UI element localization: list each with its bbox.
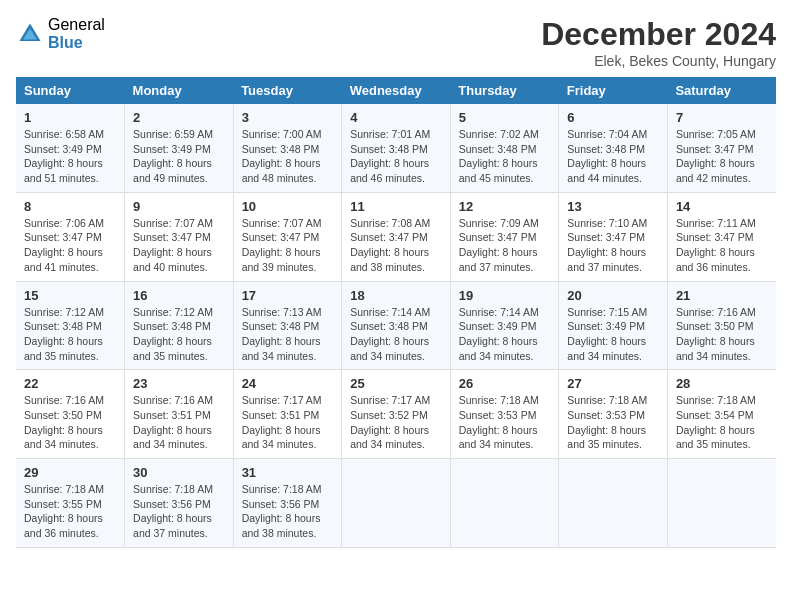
weekday-header-sunday: Sunday — [16, 77, 125, 104]
day-number: 26 — [459, 376, 551, 391]
calendar-table: SundayMondayTuesdayWednesdayThursdayFrid… — [16, 77, 776, 548]
calendar-cell — [342, 459, 451, 548]
calendar-title: December 2024 — [541, 16, 776, 53]
day-number: 20 — [567, 288, 659, 303]
day-info: Sunrise: 7:15 AMSunset: 3:49 PMDaylight:… — [567, 306, 647, 362]
calendar-cell: 20 Sunrise: 7:15 AMSunset: 3:49 PMDaylig… — [559, 281, 668, 370]
logo-icon — [16, 20, 44, 48]
day-number: 10 — [242, 199, 334, 214]
calendar-cell: 12 Sunrise: 7:09 AMSunset: 3:47 PMDaylig… — [450, 192, 559, 281]
day-info: Sunrise: 6:59 AMSunset: 3:49 PMDaylight:… — [133, 128, 213, 184]
calendar-cell: 25 Sunrise: 7:17 AMSunset: 3:52 PMDaylig… — [342, 370, 451, 459]
day-number: 2 — [133, 110, 225, 125]
calendar-cell: 29 Sunrise: 7:18 AMSunset: 3:55 PMDaylig… — [16, 459, 125, 548]
calendar-cell: 7 Sunrise: 7:05 AMSunset: 3:47 PMDayligh… — [667, 104, 776, 192]
day-number: 16 — [133, 288, 225, 303]
calendar-cell: 14 Sunrise: 7:11 AMSunset: 3:47 PMDaylig… — [667, 192, 776, 281]
calendar-cell: 30 Sunrise: 7:18 AMSunset: 3:56 PMDaylig… — [125, 459, 234, 548]
day-info: Sunrise: 6:58 AMSunset: 3:49 PMDaylight:… — [24, 128, 104, 184]
day-number: 1 — [24, 110, 116, 125]
day-number: 5 — [459, 110, 551, 125]
calendar-cell: 15 Sunrise: 7:12 AMSunset: 3:48 PMDaylig… — [16, 281, 125, 370]
day-number: 6 — [567, 110, 659, 125]
logo-text: General Blue — [48, 16, 105, 51]
day-info: Sunrise: 7:17 AMSunset: 3:52 PMDaylight:… — [350, 394, 430, 450]
day-info: Sunrise: 7:11 AMSunset: 3:47 PMDaylight:… — [676, 217, 756, 273]
day-info: Sunrise: 7:02 AMSunset: 3:48 PMDaylight:… — [459, 128, 539, 184]
day-number: 29 — [24, 465, 116, 480]
calendar-cell: 3 Sunrise: 7:00 AMSunset: 3:48 PMDayligh… — [233, 104, 342, 192]
day-info: Sunrise: 7:18 AMSunset: 3:55 PMDaylight:… — [24, 483, 104, 539]
weekday-header-saturday: Saturday — [667, 77, 776, 104]
calendar-cell: 13 Sunrise: 7:10 AMSunset: 3:47 PMDaylig… — [559, 192, 668, 281]
calendar-cell: 2 Sunrise: 6:59 AMSunset: 3:49 PMDayligh… — [125, 104, 234, 192]
day-info: Sunrise: 7:14 AMSunset: 3:49 PMDaylight:… — [459, 306, 539, 362]
day-info: Sunrise: 7:18 AMSunset: 3:54 PMDaylight:… — [676, 394, 756, 450]
day-number: 18 — [350, 288, 442, 303]
day-number: 17 — [242, 288, 334, 303]
day-info: Sunrise: 7:01 AMSunset: 3:48 PMDaylight:… — [350, 128, 430, 184]
day-info: Sunrise: 7:09 AMSunset: 3:47 PMDaylight:… — [459, 217, 539, 273]
day-number: 31 — [242, 465, 334, 480]
calendar-cell: 5 Sunrise: 7:02 AMSunset: 3:48 PMDayligh… — [450, 104, 559, 192]
day-number: 25 — [350, 376, 442, 391]
day-info: Sunrise: 7:14 AMSunset: 3:48 PMDaylight:… — [350, 306, 430, 362]
calendar-cell: 8 Sunrise: 7:06 AMSunset: 3:47 PMDayligh… — [16, 192, 125, 281]
day-number: 23 — [133, 376, 225, 391]
weekday-header-friday: Friday — [559, 77, 668, 104]
day-info: Sunrise: 7:16 AMSunset: 3:50 PMDaylight:… — [676, 306, 756, 362]
day-info: Sunrise: 7:06 AMSunset: 3:47 PMDaylight:… — [24, 217, 104, 273]
day-number: 9 — [133, 199, 225, 214]
calendar-cell: 9 Sunrise: 7:07 AMSunset: 3:47 PMDayligh… — [125, 192, 234, 281]
day-info: Sunrise: 7:10 AMSunset: 3:47 PMDaylight:… — [567, 217, 647, 273]
calendar-cell: 10 Sunrise: 7:07 AMSunset: 3:47 PMDaylig… — [233, 192, 342, 281]
header: General Blue December 2024 Elek, Bekes C… — [16, 16, 776, 69]
weekday-header-monday: Monday — [125, 77, 234, 104]
day-info: Sunrise: 7:13 AMSunset: 3:48 PMDaylight:… — [242, 306, 322, 362]
day-number: 4 — [350, 110, 442, 125]
day-info: Sunrise: 7:17 AMSunset: 3:51 PMDaylight:… — [242, 394, 322, 450]
logo: General Blue — [16, 16, 105, 51]
day-info: Sunrise: 7:18 AMSunset: 3:56 PMDaylight:… — [133, 483, 213, 539]
calendar-cell — [450, 459, 559, 548]
calendar-cell: 11 Sunrise: 7:08 AMSunset: 3:47 PMDaylig… — [342, 192, 451, 281]
day-info: Sunrise: 7:08 AMSunset: 3:47 PMDaylight:… — [350, 217, 430, 273]
calendar-cell: 1 Sunrise: 6:58 AMSunset: 3:49 PMDayligh… — [16, 104, 125, 192]
logo-general: General — [48, 16, 105, 34]
day-number: 15 — [24, 288, 116, 303]
day-number: 27 — [567, 376, 659, 391]
calendar-cell: 19 Sunrise: 7:14 AMSunset: 3:49 PMDaylig… — [450, 281, 559, 370]
calendar-cell — [667, 459, 776, 548]
calendar-cell: 16 Sunrise: 7:12 AMSunset: 3:48 PMDaylig… — [125, 281, 234, 370]
day-info: Sunrise: 7:05 AMSunset: 3:47 PMDaylight:… — [676, 128, 756, 184]
day-number: 22 — [24, 376, 116, 391]
calendar-cell: 27 Sunrise: 7:18 AMSunset: 3:53 PMDaylig… — [559, 370, 668, 459]
day-number: 28 — [676, 376, 768, 391]
calendar-cell: 22 Sunrise: 7:16 AMSunset: 3:50 PMDaylig… — [16, 370, 125, 459]
day-number: 30 — [133, 465, 225, 480]
day-info: Sunrise: 7:07 AMSunset: 3:47 PMDaylight:… — [133, 217, 213, 273]
calendar-cell: 24 Sunrise: 7:17 AMSunset: 3:51 PMDaylig… — [233, 370, 342, 459]
day-info: Sunrise: 7:00 AMSunset: 3:48 PMDaylight:… — [242, 128, 322, 184]
day-number: 13 — [567, 199, 659, 214]
day-number: 7 — [676, 110, 768, 125]
day-number: 11 — [350, 199, 442, 214]
calendar-week-row: 22 Sunrise: 7:16 AMSunset: 3:50 PMDaylig… — [16, 370, 776, 459]
weekday-header-wednesday: Wednesday — [342, 77, 451, 104]
day-info: Sunrise: 7:07 AMSunset: 3:47 PMDaylight:… — [242, 217, 322, 273]
calendar-cell: 6 Sunrise: 7:04 AMSunset: 3:48 PMDayligh… — [559, 104, 668, 192]
day-number: 21 — [676, 288, 768, 303]
day-number: 19 — [459, 288, 551, 303]
calendar-week-row: 8 Sunrise: 7:06 AMSunset: 3:47 PMDayligh… — [16, 192, 776, 281]
logo-blue: Blue — [48, 34, 105, 52]
day-info: Sunrise: 7:16 AMSunset: 3:50 PMDaylight:… — [24, 394, 104, 450]
calendar-week-row: 29 Sunrise: 7:18 AMSunset: 3:55 PMDaylig… — [16, 459, 776, 548]
calendar-cell: 26 Sunrise: 7:18 AMSunset: 3:53 PMDaylig… — [450, 370, 559, 459]
calendar-cell: 28 Sunrise: 7:18 AMSunset: 3:54 PMDaylig… — [667, 370, 776, 459]
title-area: December 2024 Elek, Bekes County, Hungar… — [541, 16, 776, 69]
day-info: Sunrise: 7:12 AMSunset: 3:48 PMDaylight:… — [133, 306, 213, 362]
calendar-subtitle: Elek, Bekes County, Hungary — [541, 53, 776, 69]
calendar-cell: 21 Sunrise: 7:16 AMSunset: 3:50 PMDaylig… — [667, 281, 776, 370]
day-number: 12 — [459, 199, 551, 214]
calendar-cell: 23 Sunrise: 7:16 AMSunset: 3:51 PMDaylig… — [125, 370, 234, 459]
